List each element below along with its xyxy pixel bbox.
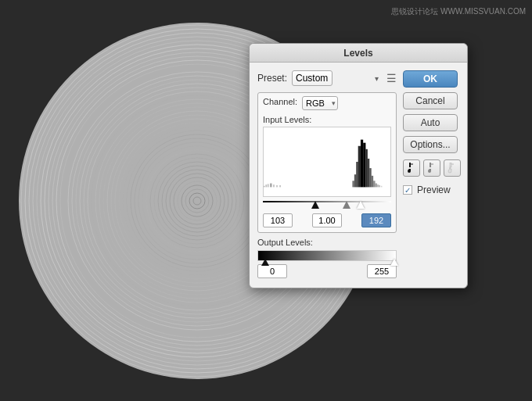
input-white-handle[interactable]: [357, 201, 365, 209]
preset-select[interactable]: Custom: [292, 70, 332, 86]
input-levels-label: Input Levels:: [263, 115, 391, 124]
output-section: Output Levels:: [257, 238, 397, 278]
dialog-title: Levels: [343, 48, 372, 59]
svg-rect-61: [365, 149, 367, 188]
preview-row: ✓ Preview: [403, 184, 461, 195]
svg-rect-57: [356, 162, 358, 187]
output-min-value[interactable]: [257, 264, 287, 278]
output-gradient-bar: [257, 250, 397, 261]
svg-rect-58: [358, 146, 361, 188]
svg-rect-53: [276, 185, 278, 187]
dialog-buttons: OK Cancel Auto Options...: [403, 70, 461, 278]
output-values-row: [257, 264, 397, 278]
input-min-value[interactable]: [263, 213, 293, 227]
svg-rect-67: [377, 184, 379, 187]
levels-section-box: Channel: RGB Input Levels:: [257, 92, 397, 233]
svg-rect-62: [368, 159, 369, 187]
dialog-main: Preset: Custom ☰ Channel: RGB: [257, 70, 397, 278]
eyedropper-black-btn[interactable]: [403, 159, 420, 177]
svg-rect-48: [264, 186, 265, 188]
input-black-handle[interactable]: [311, 201, 319, 209]
svg-rect-68: [379, 185, 380, 187]
channel-label: Channel:: [263, 97, 297, 106]
svg-rect-54: [279, 185, 281, 187]
ok-button[interactable]: OK: [403, 70, 458, 88]
svg-rect-59: [361, 140, 363, 188]
svg-rect-66: [376, 184, 377, 188]
output-white-handle[interactable]: [390, 259, 398, 266]
preset-select-wrapper: Custom: [292, 70, 382, 86]
dialog-titlebar: Levels: [250, 44, 467, 63]
svg-rect-69: [381, 186, 383, 188]
svg-rect-56: [354, 174, 356, 187]
options-button[interactable]: Options...: [403, 136, 458, 153]
eyedropper-gray-btn[interactable]: [423, 159, 440, 177]
svg-rect-60: [363, 143, 365, 188]
svg-rect-63: [369, 168, 371, 187]
preset-row: Preset: Custom ☰: [257, 70, 397, 86]
channel-select[interactable]: RGB: [302, 96, 338, 110]
watermark: 思锐设计论坛 WWW.MISSVUAN.COM: [391, 6, 526, 17]
input-values-row: [263, 213, 391, 227]
svg-rect-49: [265, 184, 267, 187]
levels-dialog: Levels Preset: Custom ☰ Channel:: [249, 43, 468, 288]
svg-rect-55: [352, 181, 354, 187]
output-black-handle[interactable]: [261, 259, 269, 266]
channel-row: Channel: RGB: [263, 96, 391, 110]
preset-label: Preset:: [257, 73, 287, 84]
input-max-value[interactable]: [361, 213, 391, 227]
histogram-area: [263, 127, 391, 197]
svg-rect-64: [372, 176, 373, 188]
output-levels-label: Output Levels:: [257, 238, 397, 247]
auto-button[interactable]: Auto: [403, 114, 458, 131]
svg-rect-52: [273, 184, 275, 187]
svg-rect-50: [268, 184, 269, 187]
channel-select-wrapper: RGB: [302, 96, 338, 110]
histogram-svg: [264, 127, 390, 196]
svg-rect-65: [373, 181, 375, 187]
preview-label: Preview: [417, 184, 451, 195]
preview-checkbox[interactable]: ✓: [403, 185, 412, 195]
eyedropper-row: [403, 159, 461, 177]
input-mid-value[interactable]: [312, 213, 342, 227]
cancel-button[interactable]: Cancel: [403, 92, 458, 109]
input-slider-row: [263, 201, 391, 212]
svg-rect-51: [270, 184, 271, 188]
output-max-value[interactable]: [367, 264, 397, 278]
preset-menu-icon[interactable]: ☰: [386, 72, 397, 84]
input-slider-track: [263, 201, 391, 202]
eyedropper-white-btn[interactable]: [444, 159, 461, 177]
input-mid-handle[interactable]: [343, 201, 350, 209]
